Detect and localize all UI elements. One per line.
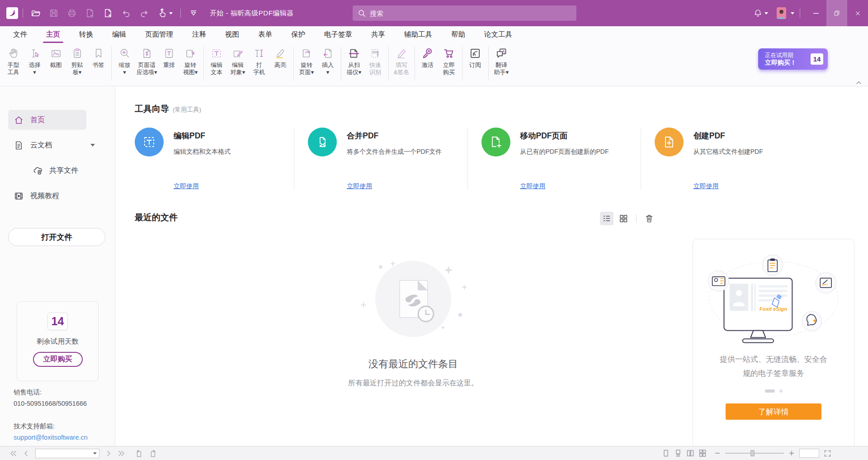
undo-button[interactable] <box>121 8 131 18</box>
carousel-dot-active[interactable] <box>765 389 775 393</box>
menu-item-5[interactable]: 注释 <box>183 26 216 43</box>
learn-more-button[interactable]: 了解详情 <box>726 403 821 420</box>
tool-zoom[interactable]: 缩放▾ <box>114 46 135 76</box>
page-number-combobox[interactable] <box>35 449 99 458</box>
new-page-button[interactable] <box>103 8 113 18</box>
use-now-link[interactable]: 立即使用 <box>174 182 199 190</box>
single-page-view-button[interactable] <box>662 450 670 457</box>
user-avatar[interactable] <box>777 7 786 19</box>
trial-days-card: 14 剩余试用天数 立即购买 <box>17 301 99 381</box>
redo-button[interactable] <box>139 8 149 18</box>
tool-card-merge-pdf[interactable]: 合并PDF将多个文件合并生成一个PDF文件立即使用 <box>294 128 467 190</box>
tool-hand-tool[interactable]: 手型工具 <box>3 46 24 76</box>
trial-days-count: 14 <box>811 53 823 65</box>
card-body: 创建PDF从其它格式文件创建PDF立即使用 <box>693 128 763 190</box>
menu-item-7[interactable]: 表单 <box>249 26 282 43</box>
tool-edit-object[interactable]: 编辑对象▾ <box>227 46 249 76</box>
tool-card-edit-pdf[interactable]: 编辑PDF编辑文档和文本格式立即使用 <box>135 128 294 190</box>
carousel-dot[interactable] <box>779 389 783 393</box>
support-email-link[interactable]: support@foxitsoftware.cn <box>14 432 88 443</box>
zoom-in-button[interactable] <box>789 451 794 456</box>
tool-buy-now[interactable]: 立即购买 <box>439 46 460 76</box>
use-now-link[interactable]: 立即使用 <box>347 182 372 190</box>
tool-highlight[interactable]: 高亮 <box>270 46 291 69</box>
chevron-down-icon[interactable] <box>90 144 95 147</box>
use-now-link[interactable]: 立即使用 <box>520 182 546 190</box>
save-button[interactable] <box>49 8 59 18</box>
recent-files-title: 最近的文件 <box>135 212 178 223</box>
tool-subscribe[interactable]: 订阅 <box>465 46 486 69</box>
first-page-button[interactable] <box>10 451 17 456</box>
facing-continuous-view-button[interactable] <box>699 450 706 457</box>
search-box[interactable] <box>353 5 576 21</box>
menu-item-3[interactable]: 编辑 <box>103 26 136 43</box>
clear-recent-trash-button[interactable] <box>642 212 656 225</box>
tool-quick-ocr[interactable]: OCR快速识别 <box>365 46 386 76</box>
tool-rotate-pages[interactable]: 旋转页面▾ <box>296 46 317 76</box>
menu-item-2[interactable]: 转换 <box>70 26 103 43</box>
restore-button[interactable] <box>826 0 847 26</box>
last-page-button[interactable] <box>118 451 125 456</box>
ribbon-collapse-icon[interactable] <box>189 8 198 18</box>
list-view-button[interactable] <box>600 212 613 225</box>
tool-fit-page-options[interactable]: 页面适应选项▾ <box>135 46 159 76</box>
sidebar-item-video-tutorials[interactable]: 视频教程 <box>0 186 115 206</box>
menu-item-13[interactable]: 论文工具 <box>475 26 522 43</box>
tool-select-tool[interactable]: 选择▾ <box>24 46 45 76</box>
menu-item-8[interactable]: 保护 <box>282 26 315 43</box>
tool-edit-text[interactable]: 编辑文本 <box>206 46 227 76</box>
zoom-slider[interactable] <box>725 453 784 454</box>
notifications-bell-icon[interactable] <box>753 8 768 18</box>
rotate-right-button[interactable] <box>150 450 157 457</box>
menu-item-1[interactable]: 主页 <box>37 26 70 43</box>
tool-snapshot-tool[interactable]: 截图 <box>45 46 66 69</box>
sidebar-item-shared-files[interactable]: 共享文件 <box>0 161 115 180</box>
tool-clipboard[interactable]: 剪贴板▾ <box>66 46 88 76</box>
tool-insert-pages[interactable]: 插入▾ <box>317 46 339 76</box>
menu-item-6[interactable]: 视图 <box>216 26 249 43</box>
tool-card-move-pdf-pages[interactable]: 移动PDF页面从已有的PDF页面创建新的PDF立即使用 <box>467 128 641 190</box>
sidebar-item-home[interactable]: 首页 <box>8 110 86 130</box>
scrollbar-up-arrow-icon[interactable] <box>856 81 862 85</box>
open-file-button[interactable] <box>31 8 41 18</box>
tool-activate[interactable]: 激活 <box>417 46 439 69</box>
continuous-view-button[interactable] <box>675 450 682 457</box>
rotate-left-button[interactable] <box>135 450 142 457</box>
menu-item-4[interactable]: 页面管理 <box>136 26 183 43</box>
next-page-button[interactable] <box>107 451 111 456</box>
grid-view-button[interactable] <box>617 212 630 225</box>
search-input[interactable] <box>370 9 571 17</box>
hand-pointer-button[interactable] <box>157 8 173 18</box>
tool-reflow[interactable]: 重排 <box>159 46 180 69</box>
tool-translate-assistant[interactable]: A翻译助手▾ <box>491 46 512 76</box>
print-button[interactable] <box>67 8 77 18</box>
menu-item-10[interactable]: 共享 <box>362 26 395 43</box>
open-file-main-button[interactable]: 打开文件 <box>8 228 105 246</box>
tool-bookmark[interactable]: 书签 <box>88 46 109 69</box>
menu-item-0[interactable]: 文件 <box>4 26 37 43</box>
close-button[interactable] <box>847 0 868 26</box>
sidebar-item-cloud-docs[interactable]: 云文档 <box>0 135 115 155</box>
facing-view-button[interactable] <box>687 450 694 457</box>
tool-fill-and-sign[interactable]: 填写&签名 <box>391 46 412 76</box>
zoom-slider-thumb[interactable] <box>750 450 755 456</box>
tool-card-create-pdf[interactable]: 创建PDF从其它格式文件创建PDF立即使用 <box>641 128 814 190</box>
minimize-button[interactable] <box>806 0 826 26</box>
menu-item-11[interactable]: 辅助工具 <box>395 26 442 43</box>
buy-now-pill-button[interactable]: 立即购买 <box>33 352 83 367</box>
fullscreen-fit-button[interactable] <box>824 450 831 457</box>
tool-rotate-view[interactable]: 旋转视图▾ <box>180 46 201 76</box>
trial-period-badge[interactable]: 正在试用期 立即购买！ 14 <box>758 48 828 70</box>
prev-page-button[interactable] <box>24 451 28 456</box>
remove-page-button[interactable] <box>85 8 95 18</box>
zoom-percent-box[interactable] <box>799 449 819 458</box>
menu-item-label: 论文工具 <box>484 30 512 39</box>
tool-from-scanner[interactable]: 从扫描仪▾ <box>344 46 365 76</box>
tool-wizard-subtitle: (常用工具) <box>173 106 201 114</box>
menu-item-9[interactable]: 电子签章 <box>315 26 362 43</box>
tool-typewriter[interactable]: 打字机 <box>249 46 270 76</box>
menu-item-12[interactable]: 帮助 <box>442 26 475 43</box>
use-now-link[interactable]: 立即使用 <box>693 182 719 190</box>
account-dropdown-caret[interactable] <box>791 12 794 14</box>
zoom-out-button[interactable] <box>715 451 720 456</box>
